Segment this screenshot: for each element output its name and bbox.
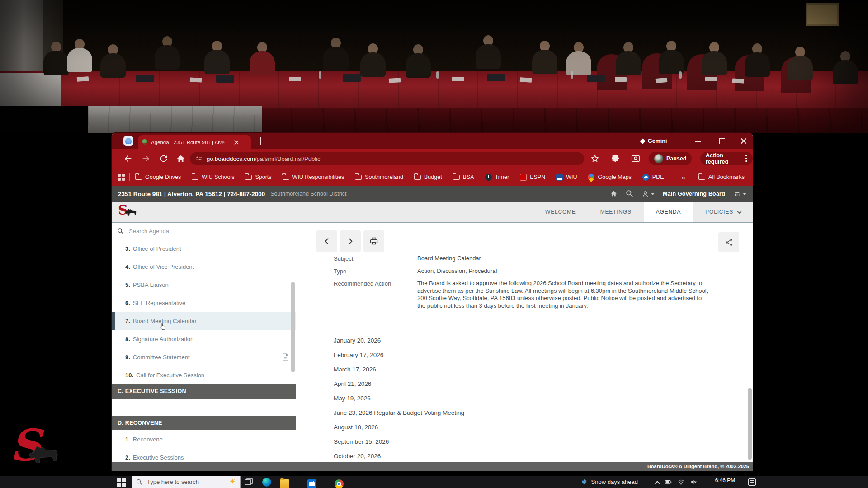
bookmark-folder[interactable]: WIU Schools: [192, 174, 234, 180]
item-label: Executive Sessions: [133, 454, 184, 461]
boarddocs-link[interactable]: BoardDocs: [647, 464, 674, 469]
bookmarks-overflow-button[interactable]: »: [682, 174, 685, 181]
site-home-icon[interactable]: [610, 190, 618, 197]
board-selector[interactable]: [733, 190, 746, 198]
agenda-item[interactable]: 1.Reconvene: [112, 430, 296, 448]
minimize-button[interactable]: [695, 137, 702, 145]
tray-expand-icon[interactable]: [655, 481, 660, 486]
agenda-item[interactable]: 2.Executive Sessions: [112, 448, 296, 462]
start-button[interactable]: [117, 478, 126, 487]
folder-icon: [135, 175, 142, 180]
sidebar-scrollbar-thumb[interactable]: [291, 282, 295, 372]
user-menu[interactable]: [642, 190, 655, 198]
folder-icon: [245, 175, 252, 180]
meeting-date: April 21, 2026: [334, 380, 464, 395]
share-button[interactable]: [718, 232, 739, 252]
bookmark-google-maps[interactable]: Google Maps: [588, 174, 631, 181]
apps-grid-icon[interactable]: [118, 174, 125, 181]
all-bookmarks-button[interactable]: All Bookmarks: [698, 174, 745, 180]
volume-muted-icon[interactable]: [690, 479, 697, 485]
print-button[interactable]: [363, 230, 384, 252]
person-silhouette: [67, 39, 92, 72]
new-tab-button[interactable]: [257, 137, 264, 145]
bookmark-label: Google Maps: [598, 174, 631, 180]
bookmark-folder[interactable]: Budget: [414, 174, 442, 180]
bookmark-folder[interactable]: WIU Responsibilities: [283, 174, 344, 180]
taskbar-search[interactable]: [132, 476, 241, 488]
browser-tab[interactable]: Agenda - 2351 Route 981 | Alve: [138, 135, 251, 149]
edge-icon[interactable]: [262, 478, 271, 487]
battery-icon[interactable]: [665, 479, 672, 485]
nav-policies[interactable]: POLICIES: [693, 202, 753, 222]
agenda-item[interactable]: 8.Signature Authorization: [112, 330, 296, 348]
site-logo[interactable]: S: [118, 202, 150, 222]
bookmark-espn[interactable]: ESPN: [520, 174, 545, 181]
paper: [615, 77, 627, 82]
bookmark-folder[interactable]: Google Drives: [135, 174, 181, 180]
task-view-button[interactable]: [244, 478, 253, 487]
agenda-section-reconvene[interactable]: D. RECONVENE: [112, 416, 296, 430]
microsoft-store-icon[interactable]: [307, 479, 316, 488]
water-bottle: [679, 71, 682, 79]
menu-dots-icon[interactable]: [745, 155, 747, 162]
laptop: [343, 74, 361, 82]
search-icon: [136, 479, 142, 485]
copilot-icon[interactable]: [229, 478, 236, 484]
maximize-button[interactable]: [718, 137, 726, 145]
tab-search-icon[interactable]: [631, 154, 641, 164]
site-search-icon[interactable]: [626, 190, 633, 197]
url-domain: go.boarddocs.com: [207, 155, 255, 162]
agenda-item[interactable]: 5.PSBA Liaison: [112, 276, 296, 294]
wifi-icon[interactable]: [678, 479, 684, 485]
agenda-item[interactable]: 10.Call for Executive Session: [112, 366, 296, 384]
gemini-button[interactable]: Gemini: [641, 133, 667, 149]
district-name: Southmoreland School District -: [270, 191, 350, 197]
site-settings-icon[interactable]: [195, 155, 203, 162]
next-item-button[interactable]: [340, 230, 361, 252]
action-center-icon[interactable]: [748, 478, 756, 486]
agenda-search-input[interactable]: [128, 227, 264, 235]
back-button[interactable]: [123, 154, 133, 164]
bookmark-star-icon[interactable]: [590, 154, 600, 164]
person-silhouette: [833, 51, 858, 84]
action-required-button[interactable]: Action required: [700, 152, 753, 165]
content-scrollbar-thumb[interactable]: [748, 388, 752, 460]
paper: [190, 77, 202, 82]
water-bottle: [436, 71, 439, 79]
agenda-item-selected[interactable]: 7.Board Meeting Calendar: [112, 312, 296, 330]
close-button[interactable]: [740, 137, 747, 145]
prev-item-button[interactable]: [316, 230, 337, 252]
profile-paused-button[interactable]: Paused: [649, 152, 692, 165]
nav-agenda[interactable]: AGENDA: [644, 202, 693, 222]
browser-profile-icon[interactable]: [123, 136, 133, 146]
chrome-icon[interactable]: [335, 479, 344, 488]
agenda-item[interactable]: 4.Office of Vice President: [112, 258, 296, 276]
bookmark-folder[interactable]: BSA: [453, 174, 474, 180]
browser-toolbar: go.boarddocs.com/pa/smrl/Board.nsf/Publi…: [112, 149, 753, 168]
taskbar-search-input[interactable]: [146, 478, 214, 486]
agenda-item[interactable]: 9.Committee Statement: [112, 348, 296, 366]
agenda-item[interactable]: 6.SEF Representative: [112, 294, 296, 312]
file-explorer-icon[interactable]: [280, 479, 289, 488]
curtain: [0, 0, 43, 75]
bookmark-timer[interactable]: Timer: [485, 174, 509, 181]
tab-close-icon[interactable]: [234, 140, 239, 145]
extensions-icon[interactable]: [610, 154, 620, 164]
bookmark-pde[interactable]: PDE: [642, 174, 664, 181]
taskbar-weather[interactable]: ❄ Snow days ahead: [581, 476, 638, 488]
taskbar-clock[interactable]: 6:46 PM: [711, 477, 740, 483]
forward-button[interactable]: [141, 154, 151, 164]
agenda-search[interactable]: [112, 223, 296, 239]
agenda-section-executive-session[interactable]: C. EXECUTIVE SESSION: [112, 384, 296, 399]
bookmark-folder[interactable]: Southmoreland: [355, 174, 403, 180]
bookmark-folder[interactable]: Sports: [245, 174, 271, 180]
nav-meetings[interactable]: MEETINGS: [588, 202, 644, 222]
reload-button[interactable]: [159, 154, 169, 164]
paper: [732, 78, 744, 83]
home-button[interactable]: [176, 154, 186, 164]
bookmark-wiu[interactable]: WIU: [556, 174, 577, 181]
item-number: 1.: [125, 436, 130, 443]
agenda-item[interactable]: 3.Office of President: [112, 239, 296, 258]
nav-welcome[interactable]: WELCOME: [533, 202, 588, 222]
address-bar[interactable]: go.boarddocs.com/pa/smrl/Board.nsf/Publi…: [190, 152, 584, 165]
